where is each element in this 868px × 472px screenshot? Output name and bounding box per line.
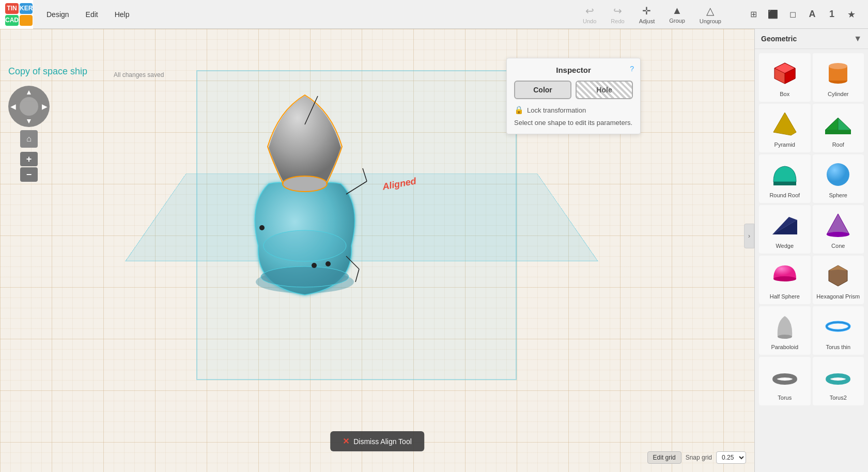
- undo-label: Undo: [583, 18, 596, 24]
- shape-label-torus-thin: Torus thin: [826, 344, 850, 350]
- shape-icon-cone: [823, 210, 854, 241]
- nav-help[interactable]: Help: [107, 7, 137, 22]
- shape-label-sphere: Sphere: [829, 192, 847, 198]
- home-view-button[interactable]: ⌂: [20, 130, 38, 148]
- shape-label-round-roof: Round Roof: [769, 192, 800, 198]
- shape-icon-paraboloid: [769, 311, 800, 342]
- project-title: Copy of space ship: [8, 66, 87, 77]
- shape-label-hex-prism: Hexagonal Prism: [816, 293, 860, 300]
- shape-item-roof[interactable]: Roof: [813, 104, 864, 152]
- 3d-shape-group: [227, 81, 424, 339]
- shape-icon-wedge: [769, 210, 800, 241]
- edit-grid-button[interactable]: Edit grid: [647, 451, 681, 464]
- view-icons: ⊞ ⬛ ◻ A 1 ★: [737, 6, 868, 23]
- svg-point-35: [778, 335, 792, 339]
- svg-point-5: [259, 225, 265, 230]
- shape-item-sphere[interactable]: Sphere: [813, 154, 864, 203]
- text-view-icon[interactable]: A: [804, 6, 820, 23]
- shape-label-torus: Torus: [778, 395, 792, 401]
- shape-item-cylinder[interactable]: Cylinder: [813, 53, 864, 102]
- ungroup-icon: △: [706, 5, 714, 17]
- panel-toggle[interactable]: ▼: [854, 34, 862, 43]
- nav-right[interactable]: ▶: [42, 102, 48, 111]
- hole-button[interactable]: Hole: [576, 81, 633, 99]
- inspector-help-icon[interactable]: ?: [630, 65, 634, 73]
- svg-point-7: [326, 261, 331, 266]
- shape-item-box[interactable]: Box: [759, 53, 811, 102]
- nav-ring-inner: [20, 97, 38, 116]
- ungroup-label: Ungroup: [700, 18, 721, 24]
- svg-point-18: [829, 63, 847, 69]
- shape-icon-torus2: [823, 361, 854, 392]
- logo: TIN KER CAD: [0, 0, 33, 29]
- shape-svg: [227, 81, 382, 303]
- cube-view-icon[interactable]: ⬛: [765, 6, 781, 23]
- nav-down[interactable]: ▼: [25, 117, 33, 125]
- adjust-label: Adjust: [639, 18, 655, 24]
- shape-item-round-roof[interactable]: Round Roof: [759, 154, 811, 203]
- shape-item-torus2[interactable]: Torus2: [813, 357, 864, 405]
- svg-marker-20: [773, 113, 796, 135]
- orbit-control[interactable]: ▲ ▼ ◀ ▶: [8, 86, 50, 127]
- canvas-area[interactable]: Copy of space ship All changes saved: [0, 29, 754, 472]
- dismiss-align-tool-bar[interactable]: ✕ Dismiss Align Tool: [330, 431, 424, 451]
- nav-up[interactable]: ▲: [25, 88, 33, 96]
- svg-point-25: [827, 163, 849, 186]
- shape-label-cone: Cone: [831, 243, 845, 249]
- shape-item-pyramid[interactable]: Pyramid: [759, 104, 811, 152]
- svg-point-6: [312, 263, 317, 268]
- svg-line-9: [346, 181, 367, 194]
- inspector-title: Inspector: [514, 66, 633, 74]
- undo-button[interactable]: ↩ Undo: [578, 3, 601, 26]
- group-label: Group: [669, 18, 685, 24]
- wireframe-view-icon[interactable]: ◻: [784, 6, 801, 23]
- shape-label-box: Box: [780, 91, 789, 97]
- svg-point-39: [828, 375, 848, 383]
- svg-point-31: [773, 276, 796, 281]
- grid-controls: Edit grid Snap grid 0.25 0.5 1: [647, 451, 746, 464]
- snap-grid-select[interactable]: 0.25 0.5 1: [716, 451, 746, 464]
- shape-item-wedge[interactable]: Wedge: [759, 205, 811, 254]
- shape-item-hex-prism[interactable]: Hexagonal Prism: [813, 256, 864, 304]
- panel-collapse-button[interactable]: ›: [744, 224, 754, 248]
- shape-item-cone[interactable]: Cone: [813, 205, 864, 254]
- nav-design[interactable]: Design: [39, 7, 76, 22]
- inspector-panel: Inspector ? Color Hole 🔒 Lock transforma…: [506, 58, 641, 134]
- shape-label-wedge: Wedge: [776, 243, 794, 249]
- adjust-button[interactable]: ✛ Adjust: [634, 3, 660, 26]
- logo-cad-bottom-left: CAD: [5, 15, 19, 26]
- snap-grid-label: Snap grid: [686, 454, 712, 461]
- shape-item-torus[interactable]: Torus: [759, 357, 811, 405]
- panel-title: Geometric: [761, 35, 797, 43]
- redo-button[interactable]: ↪ Redo: [606, 3, 629, 26]
- grid-view-icon[interactable]: ⊞: [745, 6, 762, 23]
- shape-item-torus-thin[interactable]: Torus thin: [813, 306, 864, 355]
- shape-item-half-sphere[interactable]: Half Sphere: [759, 256, 811, 304]
- shape-icon-sphere: [823, 159, 854, 190]
- group-button[interactable]: ▲ Group: [664, 3, 690, 26]
- shape-item-paraboloid[interactable]: Paraboloid: [759, 306, 811, 355]
- star-view-icon[interactable]: ★: [843, 6, 860, 23]
- saved-status: All changes saved: [114, 71, 164, 78]
- shape-label-pyramid: Pyramid: [774, 141, 795, 148]
- svg-point-2: [261, 266, 349, 287]
- shape-icon-torus-thin: [823, 311, 854, 342]
- svg-rect-24: [773, 182, 796, 185]
- number-view-icon[interactable]: 1: [824, 6, 840, 23]
- logo-bottom-right: [20, 15, 33, 26]
- shape-icon-round-roof: [769, 159, 800, 190]
- group-icon: ▲: [672, 5, 683, 17]
- nav-edit[interactable]: Edit: [79, 7, 105, 22]
- lock-label: Lock transformation: [527, 106, 586, 114]
- zoom-controls: + −: [20, 152, 38, 182]
- svg-point-3: [283, 177, 327, 191]
- redo-label: Redo: [611, 18, 624, 24]
- zoom-out-button[interactable]: −: [20, 167, 38, 182]
- shapes-panel: Geometric ▼ BoxCylinderPyramidRoofRound …: [754, 29, 868, 472]
- nav-left[interactable]: ◀: [10, 102, 16, 111]
- shape-label-roof: Roof: [832, 141, 844, 148]
- zoom-in-button[interactable]: +: [20, 152, 38, 166]
- color-button[interactable]: Color: [514, 81, 571, 99]
- svg-marker-29: [827, 214, 849, 234]
- ungroup-button[interactable]: △ Ungroup: [694, 3, 726, 26]
